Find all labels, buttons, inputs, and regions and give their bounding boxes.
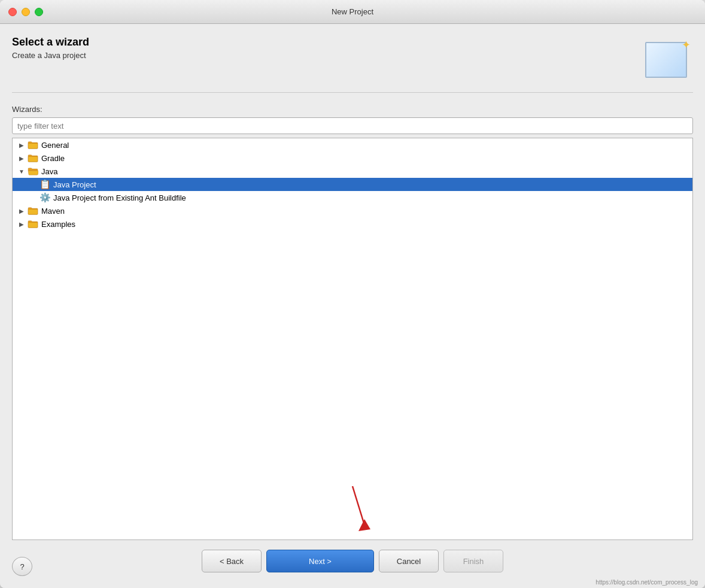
wizard-icon: ✦ [645,36,693,84]
button-row: ? < Back Next > Cancel Finish [12,550,693,572]
collapsed-arrow: ▶ [17,207,26,215]
page-subtext: Create a Java project [12,51,89,60]
content-area: Select a wizard Create a Java project ✦ … [0,24,705,540]
next-button[interactable]: Next > [266,550,374,572]
finish-button[interactable]: Finish [443,550,503,572]
window-controls [8,8,43,16]
folder-icon [27,219,39,229]
folder-icon [27,153,39,163]
folder-icon-open [27,166,39,176]
collapsed-arrow: ▶ [17,220,26,228]
tree-item-maven[interactable]: ▶ Maven [13,204,692,217]
tree-item-java-ant[interactable]: ▶⚙️Java Project from Existing Ant Buildf… [13,191,692,204]
folder-icon [27,140,39,150]
tree-item-gradle[interactable]: ▶ Gradle [13,151,692,165]
url-hint: https://blog.csdn.net/com_process_log [595,579,698,586]
filter-input[interactable] [12,117,693,134]
icon-graphic: ✦ [645,42,687,78]
collapsed-arrow: ▶ [17,141,26,149]
tree-item-java[interactable]: ▼ Java [13,165,692,178]
window: New Project Select a wizard Create a Jav… [0,0,705,588]
cancel-button[interactable]: Cancel [379,550,439,572]
minimize-button[interactable] [22,8,30,16]
tree-item-examples[interactable]: ▶ Examples [13,217,692,231]
page-heading: Select a wizard [12,36,89,49]
close-button[interactable] [8,8,17,16]
bottom-section: ? < Back Next > Cancel Finish https://bl… [0,540,705,588]
tree-item-java-project[interactable]: ▶📋Java Project [13,178,692,191]
header-section: Select a wizard Create a Java project ✦ [12,36,693,93]
tree-item-general[interactable]: ▶ General [13,138,692,151]
help-button[interactable]: ? [12,557,32,576]
ant-build-icon: ⚙️ [39,193,51,202]
expanded-arrow: ▼ [17,167,26,175]
java-project-icon: 📋 [39,180,51,189]
wizards-label: Wizards: [12,105,693,114]
back-button[interactable]: < Back [202,550,262,572]
wizard-tree[interactable]: ▶ General▶ Gradle▼ Java▶📋Java Project▶⚙️… [12,138,693,540]
maximize-button[interactable] [35,8,43,16]
window-title: New Project [332,7,373,16]
collapsed-arrow: ▶ [17,154,26,162]
wizards-section: Wizards: ▶ General▶ Gradle▼ Java▶📋Java P… [12,105,693,540]
star-icon: ✦ [682,38,691,51]
folder-icon [27,206,39,216]
title-bar: New Project [0,0,705,24]
header-text: Select a wizard Create a Java project [12,36,89,60]
